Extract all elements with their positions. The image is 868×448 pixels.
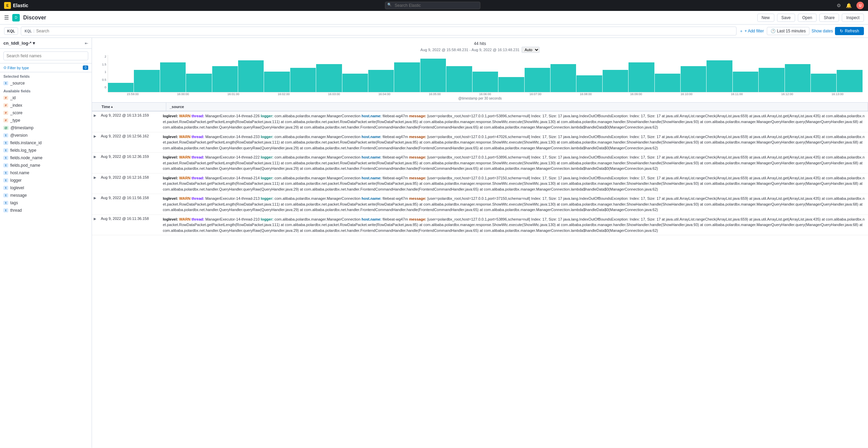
chart-bar[interactable] [108, 83, 134, 92]
chart-bar[interactable] [420, 59, 446, 92]
field-name: _source [10, 81, 25, 86]
log-source-text: loglevel: WARN thread: ManagerExecutor-1… [160, 194, 868, 214]
available-field-item[interactable]: thost.name [0, 169, 92, 177]
menu-icon[interactable]: ☰ [4, 14, 9, 21]
available-fields-label: Available fields [0, 87, 92, 94]
field-name: host.name [10, 170, 29, 175]
chart-bar[interactable] [186, 74, 212, 92]
chart-bar[interactable] [525, 68, 550, 92]
inspect-button[interactable]: Inspect [842, 14, 864, 22]
share-button[interactable]: Share [819, 14, 839, 22]
available-field-item[interactable]: tfields.node_name [0, 154, 92, 162]
filter-type-row: ⊙ Filter by type 0 [0, 63, 92, 72]
available-field-item[interactable]: tfields.pod_name [0, 162, 92, 169]
chart-auto-select[interactable]: Auto [522, 47, 540, 53]
chart-bar[interactable] [498, 77, 524, 92]
available-field-item[interactable]: t@version [0, 132, 92, 139]
bell-icon[interactable]: 🔔 [846, 3, 852, 8]
expand-row-button[interactable]: ▶ [92, 194, 98, 202]
time-column-header[interactable]: Time ▴ [98, 103, 166, 111]
expand-row-button[interactable]: ▶ [92, 111, 98, 119]
expand-row-button[interactable]: ▶ [92, 174, 98, 181]
chart-bar[interactable] [446, 66, 472, 92]
log-timestamp: Aug 9, 2022 @ 16:12:16.158 [98, 174, 160, 181]
chart-bar[interactable] [759, 68, 784, 92]
chart-bar[interactable] [264, 72, 290, 92]
plus-icon: ＋ [739, 28, 743, 34]
expand-row-button[interactable]: ▶ [92, 132, 98, 140]
clock-icon: 🕐 [771, 29, 776, 33]
field-type-badge: # [3, 118, 8, 122]
log-timestamp: Aug 9, 2022 @ 16:12:56.162 [98, 132, 160, 140]
chart-bar[interactable] [472, 72, 498, 92]
avatar[interactable]: U [856, 2, 864, 9]
chart-bar[interactable] [238, 60, 264, 92]
selected-field-item[interactable]: t_source [0, 79, 92, 87]
chart-bar[interactable] [134, 70, 159, 92]
filter-by-type-button[interactable]: ⊙ Filter by type [3, 65, 29, 70]
save-button[interactable]: Save [777, 14, 795, 22]
field-type-badge: t [3, 193, 8, 197]
new-button[interactable]: New [757, 14, 774, 22]
field-type-badge: @ [3, 126, 9, 130]
histogram-chart: 44 hits Aug 9, 2022 @ 15:58:48.231 - Aug… [92, 38, 868, 103]
chart-bar[interactable] [551, 64, 576, 92]
chart-bar[interactable] [290, 68, 316, 92]
available-field-item[interactable]: #_score [0, 109, 92, 117]
chart-bar[interactable] [368, 70, 394, 92]
global-search-wrap [385, 2, 480, 9]
available-field-item[interactable]: tlogger [0, 177, 92, 184]
field-name: fields.instance_id [10, 140, 42, 145]
chart-bar[interactable] [629, 62, 654, 92]
chart-bar[interactable] [733, 72, 758, 92]
chart-bar[interactable] [342, 74, 368, 92]
expand-row-button[interactable]: ▶ [92, 215, 98, 223]
chart-bar[interactable] [316, 64, 342, 92]
available-field-item[interactable]: @@timestamp [0, 124, 92, 132]
chart-bar[interactable] [160, 62, 186, 92]
content-area: 44 hits Aug 9, 2022 @ 15:58:48.231 - Aug… [92, 38, 868, 448]
available-field-item[interactable]: #_id [0, 94, 92, 102]
chart-bar[interactable] [785, 64, 810, 92]
available-field-item[interactable]: tmessage [0, 192, 92, 199]
time-label: Last 15 minutes [777, 29, 806, 33]
field-type-badge: t [3, 178, 8, 182]
chart-bar[interactable] [212, 66, 238, 92]
available-field-item[interactable]: tthread [0, 207, 92, 214]
show-dates-button[interactable]: Show dates [811, 29, 833, 33]
chart-bar[interactable] [707, 60, 732, 92]
extensions-icon[interactable]: ⚙ [837, 3, 841, 8]
available-field-item[interactable]: ttags [0, 199, 92, 207]
field-count-badge: 0 [83, 65, 88, 70]
query-input[interactable] [36, 29, 733, 33]
field-search-input[interactable] [3, 51, 88, 60]
source-column-header[interactable]: _source [166, 103, 868, 111]
global-search-input[interactable] [385, 2, 480, 9]
expand-row-button[interactable]: ▶ [92, 153, 98, 161]
chart-bar[interactable] [837, 70, 862, 92]
field-name: _id [10, 95, 16, 100]
query-bar: KQL KQL ＋ + Add filter 🕐 Last 15 minutes… [0, 25, 868, 38]
chart-bar[interactable] [655, 74, 680, 92]
add-filter-button[interactable]: ＋ + Add filter [739, 28, 764, 34]
open-button[interactable]: Open [798, 14, 817, 22]
available-field-item[interactable]: tloglevel [0, 184, 92, 192]
x-labels: 15:59:0016:00:0016:01:0016:02:0016:03:00… [108, 92, 863, 96]
x-axis-label: 16:11:00 [712, 92, 762, 96]
index-name[interactable]: cn_tddl_log-* ▾ [3, 41, 35, 46]
available-field-item[interactable]: #_type [0, 117, 92, 124]
chart-bar[interactable] [603, 70, 628, 92]
chart-bar[interactable] [576, 75, 602, 92]
top-bar-right-icons: ⚙ 🔔 U [837, 2, 864, 9]
available-field-item[interactable]: tfields.instance_id [0, 139, 92, 147]
log-source-text: loglevel: WARN thread: ManagerExecutor-1… [160, 153, 868, 173]
chart-bar[interactable] [394, 62, 420, 92]
available-field-item[interactable]: tfields.log_type [0, 147, 92, 154]
available-field-item[interactable]: #_index [0, 102, 92, 109]
chart-bar[interactable] [681, 66, 706, 92]
collapse-sidebar-icon[interactable]: ⇤ [85, 41, 88, 46]
refresh-button[interactable]: ↻ Refresh [835, 27, 864, 35]
chart-bar[interactable] [811, 74, 836, 92]
kql-button[interactable]: KQL [4, 27, 18, 35]
time-selector[interactable]: 🕐 Last 15 minutes [767, 27, 810, 35]
